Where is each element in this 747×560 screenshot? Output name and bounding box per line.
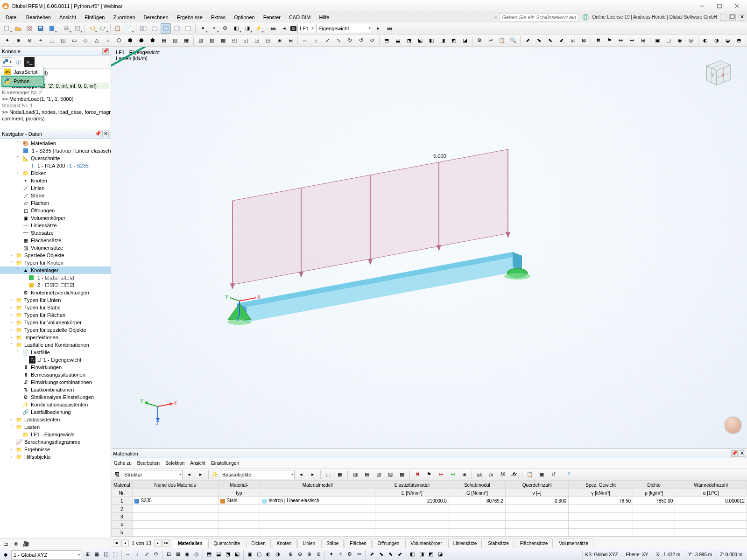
tb2-btn-42[interactable]: ◩ [449, 35, 459, 46]
tb2-btn-10[interactable]: ⬡ [114, 35, 124, 46]
loadcase-name-select[interactable]: Eigengewicht [316, 24, 372, 33]
tb2-btn-30[interactable]: ⤢ [322, 35, 332, 46]
matbar-flag[interactable]: ⚑ [424, 469, 434, 480]
status-btn-13[interactable]: ◎ [192, 550, 201, 559]
tb2-btn-54[interactable]: ⊡ [567, 35, 578, 46]
snap-icon[interactable]: ◆ [2, 551, 9, 559]
status-btn-11[interactable]: ⊠ [174, 550, 182, 559]
nav-eye-icon[interactable]: 👁 [12, 540, 20, 548]
tb2-btn-61[interactable]: ⊞ [638, 35, 648, 46]
tb2-btn-36[interactable]: ⬒ [381, 35, 392, 46]
tab-flächensätze[interactable]: Flächensätze [515, 539, 553, 548]
tb2-btn-3[interactable]: ⌖ [35, 35, 46, 46]
status-btn-21[interactable]: ▢ [255, 550, 263, 559]
3d-viewport[interactable]: LF1 - Eigengewicht Lasten [kN/m] [111, 47, 747, 448]
menu-ergebnisse[interactable]: Ergebnisse [173, 13, 206, 21]
tb2-btn-33[interactable]: ↺ [356, 35, 366, 46]
tb2-btn-26[interactable]: ⊟ [285, 35, 296, 46]
tree-node[interactable]: ›📁Typen für Flächen [0, 311, 111, 319]
status-btn-15[interactable]: ⬒ [205, 550, 213, 559]
matbar-e[interactable]: ▩ [397, 469, 407, 480]
status-btn-35[interactable]: ⬈ [367, 550, 376, 559]
tb-undo[interactable]: ▾ [87, 23, 97, 34]
status-btn-41[interactable]: ◨ [417, 550, 426, 559]
tb2-btn-63[interactable]: ▣ [652, 35, 662, 46]
tb2-btn-32[interactable]: ↻ [345, 35, 355, 46]
matsub-bearbeiten[interactable]: Bearbeiten [137, 461, 160, 466]
status-btn-43[interactable]: ◪ [436, 550, 444, 559]
tree-node[interactable]: ›📁Typen für Volumenkörper [0, 319, 111, 326]
tree-node[interactable]: ›📁Ergebnisse [0, 446, 111, 453]
tb2-btn-8[interactable]: △ [92, 35, 102, 46]
matbar-prev[interactable]: ◂ [184, 469, 194, 480]
tab-materialien[interactable]: Materialien [173, 539, 207, 548]
tree-node[interactable]: ／Stäbe [0, 192, 111, 199]
tree-node[interactable]: ／Linien [0, 184, 111, 192]
tb2-btn-50[interactable]: ⬈ [522, 35, 533, 46]
tb2-btn-23[interactable]: ◲ [252, 35, 262, 46]
tb-nav-next[interactable]: ▸ [373, 23, 383, 34]
tb-open[interactable] [13, 23, 23, 34]
menu-einfuegen[interactable]: Einfügen [81, 13, 108, 21]
tb2-btn-18[interactable]: ▧ [196, 35, 206, 46]
tree-node[interactable]: 1 - ☑☑☑ ☑☐☑ [0, 274, 111, 281]
status-btn-17[interactable]: ⬔ [224, 550, 232, 559]
tree-node[interactable]: ›📁Typen für spezielle Objekte [0, 326, 111, 334]
status-btn-12[interactable]: ◉ [183, 550, 191, 559]
tree-node[interactable]: I1 - HEA 200 | 1 - S235 [0, 162, 111, 169]
assistant-avatar[interactable] [724, 416, 742, 434]
status-btn-18[interactable]: ⬕ [233, 550, 241, 559]
matbar-d[interactable]: ▨ [385, 469, 395, 480]
tb-misc-f[interactable]: ⚡▾ [254, 23, 264, 34]
tb2-btn-25[interactable]: ⊞ [274, 35, 284, 46]
navigator-pin-icon[interactable]: 📌 [95, 131, 101, 137]
status-btn-38[interactable]: ⬋ [395, 550, 404, 559]
tb2-btn-0[interactable]: ✦ [2, 35, 12, 46]
tb2-btn-38[interactable]: ⬔ [404, 35, 414, 46]
search-nav-prev-icon[interactable]: ◂ [494, 14, 497, 20]
materials-table[interactable]: MaterialName des MaterialsMaterial-Mater… [111, 481, 747, 537]
mat-pin-icon[interactable]: 📌 [731, 450, 738, 457]
mat-close-icon[interactable]: ✕ [739, 450, 745, 457]
status-btn-20[interactable]: ▣ [246, 550, 254, 559]
close-button[interactable] [729, 1, 745, 11]
mdi-minimize-icon[interactable]: — [720, 14, 726, 21]
tree-node[interactable]: ▨Volumensätze [0, 244, 111, 252]
menu-optionen[interactable]: Optionen [230, 13, 259, 21]
menu-datei[interactable]: Datei [2, 13, 21, 21]
matbar-fx3[interactable]: fx̄ [498, 469, 508, 480]
tb2-btn-16[interactable]: ▦ [181, 35, 191, 46]
tree-node[interactable]: 📁LF1 - Eigengewicht [0, 431, 111, 438]
status-btn-36[interactable]: ⬊ [377, 550, 385, 559]
tree-node[interactable]: ⬇Einwirkungen [0, 364, 111, 371]
tree-node[interactable]: 〰Liniensätze [0, 222, 111, 229]
tree-node[interactable]: ›📁Typen für Stäbe [0, 304, 111, 311]
matbar-filter[interactable]: ▦ [335, 469, 345, 480]
konsole-terminal-icon[interactable]: >_ [24, 57, 35, 67]
tree-node[interactable]: ✨Kombinationsassistenten [0, 401, 111, 408]
status-btn-31[interactable]: ✧ [336, 550, 345, 559]
status-btn-7[interactable]: ⤢ [142, 550, 151, 559]
status-btn-2[interactable]: ◫ [102, 550, 110, 559]
tb2-btn-31[interactable]: ⤡ [333, 35, 344, 46]
tb2-btn-22[interactable]: ◱ [240, 35, 251, 46]
view-cube-icon[interactable]: -Y X [698, 54, 735, 91]
tree-node[interactable]: ⚙Statikanalyse-Einstellungen [0, 393, 111, 401]
tb-misc-c[interactable]: ⚙ [220, 23, 230, 34]
menu-extras[interactable]: Extras [207, 13, 229, 21]
tb-redo[interactable]: ▾ [98, 23, 108, 34]
tab-querschnitte[interactable]: Querschnitte [208, 539, 245, 548]
tb-panel2[interactable] [149, 23, 160, 34]
matbar-import[interactable]: ↤ [447, 469, 458, 480]
tb2-btn-52[interactable]: ⬉ [545, 35, 555, 46]
tree-node[interactable]: ⇵Einwirkungskombinationen [0, 378, 111, 386]
status-btn-32[interactable]: ⚙ [345, 550, 354, 559]
matbar-next2[interactable]: ▸ [308, 469, 318, 480]
menu-fenster[interactable]: Fenster [260, 13, 284, 21]
cs-select[interactable]: 1 - Global XYZ [11, 550, 81, 560]
status-btn-27[interactable]: ⊗ [305, 550, 313, 559]
tb2-btn-60[interactable]: ↤ [627, 35, 637, 46]
status-btn-40[interactable]: ◧ [408, 550, 416, 559]
menu-hilfe[interactable]: Hilfe [315, 13, 333, 21]
tree-node[interactable]: 〰Stabsätze [0, 229, 111, 237]
